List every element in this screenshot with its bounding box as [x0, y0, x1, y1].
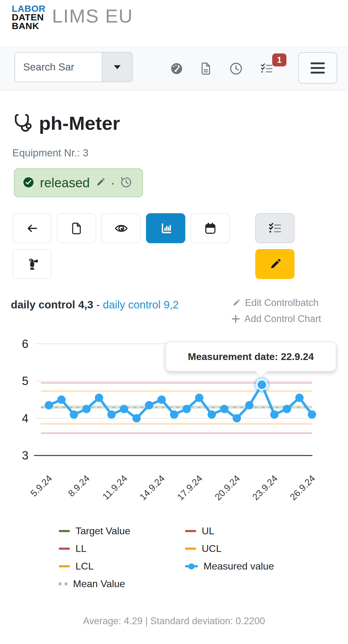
svg-text:23.9.24: 23.9.24 — [250, 473, 279, 502]
fire-extinguisher-button[interactable] — [12, 249, 52, 279]
controlbatch-heading: daily control 4,3 - daily control 9,2 — [11, 299, 179, 311]
logo-line: BANK — [12, 22, 45, 30]
status-label: released — [40, 176, 90, 190]
fire-extinguisher-icon — [25, 257, 40, 272]
svg-text:14.9.24: 14.9.24 — [138, 473, 167, 502]
search-group — [15, 52, 133, 82]
eye-icon — [114, 221, 129, 236]
legend-item-ll[interactable]: LL — [59, 543, 155, 554]
checklist-button[interactable] — [255, 213, 294, 243]
document-icon[interactable] — [200, 62, 213, 75]
clock-icon[interactable] — [229, 61, 243, 76]
hamburger-icon — [311, 62, 325, 64]
bar-chart-icon — [158, 221, 173, 236]
calendar-button[interactable] — [191, 213, 230, 243]
chart-statistics: Average: 4.29 | Standard deviation: 0.22… — [0, 616, 348, 627]
svg-text:4: 4 — [22, 412, 28, 425]
app-header: LABOR DATEN BANK LIMS EU — [0, 0, 348, 47]
check-circle-icon — [22, 176, 35, 190]
separator-dot: · — [111, 177, 115, 189]
toolbar-icons: 1 — [170, 47, 274, 90]
legend-label: Target Value — [75, 525, 130, 537]
legend-swatch — [185, 548, 196, 550]
legend-swatch — [59, 583, 67, 585]
legend-label: LCL — [75, 561, 94, 572]
equipment-title-row: ph-Meter — [13, 112, 120, 134]
controlbatch-actions: Edit Controlbatch Add Control Chart — [231, 297, 321, 324]
search-type-dropdown[interactable] — [102, 52, 133, 82]
legend-swatch — [59, 530, 70, 532]
chart-legend: Target ValueULLLUCLLCLMeasured valueMean… — [59, 525, 274, 590]
controlbatch-link[interactable]: daily control 9,2 — [103, 299, 179, 311]
labordatenbank-logo[interactable]: LABOR DATEN BANK — [12, 4, 45, 31]
legend-label: Measured value — [204, 561, 274, 572]
legend-item-lcl[interactable]: LCL — [59, 561, 155, 572]
controlbatch-name: daily control 4,3 — [11, 299, 93, 311]
notification-badge: 1 — [272, 53, 286, 66]
tooltip-text: Measurement date: 22.9.24 — [188, 351, 314, 362]
menu-button[interactable] — [298, 52, 337, 84]
stethoscope-icon — [13, 112, 33, 134]
calendar-icon — [203, 221, 217, 235]
legend-swatch — [185, 563, 198, 570]
dashboard-gauge-icon[interactable] — [170, 61, 184, 76]
svg-text:8.9.24: 8.9.24 — [66, 473, 91, 498]
legend-label: Mean Value — [73, 578, 125, 590]
legend-item-mean-value[interactable]: Mean Value — [59, 578, 155, 590]
svg-text:17.9.24: 17.9.24 — [175, 473, 204, 502]
history-icon[interactable] — [120, 176, 133, 190]
svg-text:26.9.24: 26.9.24 — [288, 473, 317, 502]
legend-label: UCL — [202, 543, 221, 554]
checklist-icon — [267, 221, 283, 236]
svg-text:3: 3 — [22, 449, 28, 462]
back-button[interactable] — [12, 213, 52, 243]
logo-line: DATEN — [12, 13, 45, 22]
legend-item-target-value[interactable]: Target Value — [59, 525, 155, 537]
plus-icon — [231, 315, 240, 323]
arrow-left-icon — [25, 221, 39, 235]
edit-status-icon[interactable] — [95, 177, 106, 189]
equipment-number: Equipment Nr.: 3 — [12, 147, 88, 159]
status-badge: released · — [14, 168, 143, 197]
logo-line: LABOR — [12, 4, 45, 13]
svg-text:5: 5 — [22, 375, 28, 388]
legend-item-ul[interactable]: UL — [185, 525, 274, 537]
legend-label: LL — [75, 543, 87, 554]
legend-swatch — [185, 530, 196, 532]
page-title: ph-Meter — [39, 112, 120, 134]
svg-text:6: 6 — [22, 337, 28, 350]
edit-controlbatch-link[interactable]: Edit Controlbatch — [231, 297, 321, 308]
pencil-icon — [231, 298, 241, 307]
toolbar: 1 — [0, 47, 348, 90]
legend-label: UL — [202, 525, 214, 537]
view-button[interactable] — [101, 213, 141, 243]
legend-swatch — [59, 548, 70, 550]
pencil-icon — [268, 257, 282, 271]
file-button[interactable] — [57, 213, 96, 243]
controlbatch-separator: - — [93, 299, 103, 311]
legend-item-ucl[interactable]: UCL — [185, 543, 274, 554]
svg-text:20.9.24: 20.9.24 — [213, 473, 242, 502]
svg-text:5.9.24: 5.9.24 — [28, 473, 54, 498]
search-input[interactable] — [15, 52, 102, 82]
legend-item-measured-value[interactable]: Measured value — [185, 561, 274, 572]
svg-text:11.9.24: 11.9.24 — [101, 473, 129, 502]
action-button-row-2 — [12, 249, 52, 279]
task-list-icon[interactable]: 1 — [259, 61, 274, 76]
chevron-down-icon — [114, 65, 121, 69]
app-title: LIMS EU — [52, 5, 133, 27]
chart-tooltip: Measurement date: 22.9.24 — [165, 342, 336, 371]
edit-button[interactable] — [255, 249, 294, 279]
action-button-row — [12, 213, 230, 243]
control-chart-button[interactable] — [146, 213, 185, 243]
add-control-chart-link[interactable]: Add Control Chart — [231, 313, 321, 324]
legend-swatch — [59, 565, 70, 567]
file-icon — [70, 221, 84, 235]
